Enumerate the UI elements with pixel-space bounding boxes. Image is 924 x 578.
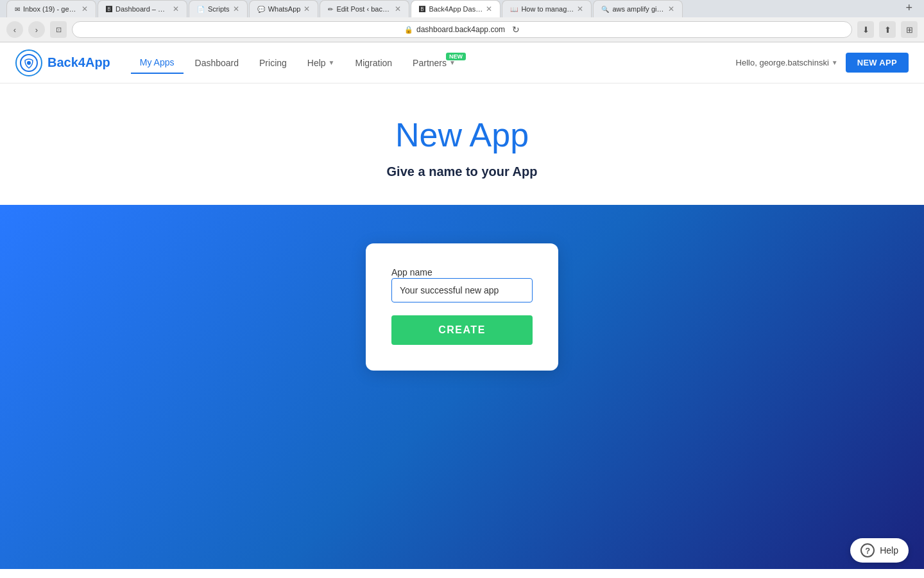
tab-favicon: 🅱 [419,6,425,13]
tab-favicon: ✏ [328,6,333,13]
tab-favicon: 🔍 [601,6,609,13]
brand-logo [15,49,42,76]
brand-name: Back4App [47,55,110,70]
nav-item-label-pricing: Pricing [259,58,287,68]
back-button[interactable]: ‹ [6,21,23,38]
nav-dropdown-chevron-help: ▼ [329,59,335,66]
reload-button[interactable]: ↻ [512,24,520,35]
user-greeting[interactable]: Hello, george.batschinski ▼ [736,58,838,67]
tab-close-icon[interactable]: ✕ [577,4,583,13]
nav-item-label-partners: Partners [413,58,447,68]
tab-close-icon[interactable]: ✕ [81,4,88,13]
tab-close-icon[interactable]: ✕ [233,4,239,13]
navbar-right: Hello, george.batschinski ▼ NEW APP [736,53,909,73]
share-button[interactable]: ⬆ [879,21,896,38]
tab-close-icon[interactable]: ✕ [486,4,492,13]
help-icon-text: ? [865,546,870,556]
tab-favicon: 📖 [510,6,518,13]
address-text: dashboard.back4app.com [416,25,505,34]
sidebar-item-my-apps[interactable]: My Apps [131,52,184,74]
hero-section: New App Give a name to your App [0,83,924,205]
tab-label: aws amplify github - Pe... [612,5,665,13]
browser-tab-back4appdash[interactable]: 🅱Back4App Dashboard✕ [411,0,501,17]
page-wrapper: Back4App My AppsDashboardPricingHelp▼Mig… [0,42,924,569]
browser-tab-whatsapp[interactable]: 💬WhatsApp✕ [249,0,319,17]
back4app-logo-svg [20,54,38,72]
sidebar-item-pricing[interactable]: Pricing [250,53,296,73]
sidebar-item-dashboard[interactable]: Dashboard [186,53,248,73]
app-creation-card: App name CREATE [366,243,558,371]
help-fab[interactable]: ? Help [850,538,909,563]
tab-close-icon[interactable]: ✕ [173,4,179,13]
new-tab-button[interactable]: + [900,1,918,15]
nav-item-label-my-apps: My Apps [140,57,175,67]
tab-close-icon[interactable]: ✕ [395,4,401,13]
page-title: New App [13,116,911,154]
nav-item-label-help: Help [307,58,326,68]
browser-tab-howtomanage[interactable]: 📖How to manage your b...✕ [502,0,592,17]
address-bar[interactable]: 🔒 dashboard.back4app.com ↻ [72,21,852,38]
tab-favicon: 🅱 [106,6,112,13]
tab-close-icon[interactable]: ✕ [304,4,310,13]
tab-label: Inbox (19) - george@ba... [23,5,78,13]
navbar: Back4App My AppsDashboardPricingHelp▼Mig… [0,42,924,83]
brand-logo-link[interactable]: Back4App [15,49,110,76]
download-button[interactable]: ⬇ [857,21,874,38]
new-badge-partners: NEW [446,53,466,60]
tab-favicon: 📄 [197,6,205,13]
sidebar-item-partners[interactable]: Partners▼NEW [404,53,465,73]
browser-tabs-bar: ✉Inbox (19) - george@ba...✕🅱Dashboard – … [0,0,924,17]
nav-item-label-migration: Migration [355,58,393,68]
tab-favicon: ✉ [15,6,20,13]
nav-dropdown-chevron-partners: ▼ [449,59,456,66]
tab-label: Back4App Dashboard [429,5,483,13]
browser-tab-dashboard[interactable]: 🅱Dashboard – Back4app,...✕ [98,0,187,17]
browser-tab-editpost[interactable]: ✏Edit Post ‹ back4app bl...✕ [320,0,409,17]
create-button[interactable]: CREATE [391,315,533,345]
tab-label: Scripts [208,5,230,13]
svg-point-1 [27,61,31,65]
browser-toolbar: ‹ › ⊡ 🔒 dashboard.back4app.com ↻ ⬇ ⬆ ⊞ [0,17,924,42]
browser-chrome: ✉Inbox (19) - george@ba...✕🅱Dashboard – … [0,0,924,42]
app-name-input[interactable] [391,278,533,302]
tab-label: Dashboard – Back4app,... [116,5,169,13]
sidebar-item-help[interactable]: Help▼ [298,53,344,73]
nav-item-label-dashboard: Dashboard [195,58,239,68]
tab-label: How to manage your b... [521,5,574,13]
tab-close-icon[interactable]: ✕ [668,4,674,13]
help-circle-icon: ? [860,543,875,557]
user-menu-chevron: ▼ [832,59,838,66]
navbar-nav: My AppsDashboardPricingHelp▼MigrationPar… [131,52,736,74]
tab-favicon: 💬 [257,6,265,13]
lock-icon: 🔒 [404,26,413,34]
browser-tab-scripts[interactable]: 📄Scripts✕ [189,0,248,17]
browser-tab-awsamplify[interactable]: 🔍aws amplify github - Pe...✕ [593,0,683,17]
extensions-button[interactable]: ⊞ [901,21,918,38]
tab-label: Edit Post ‹ back4app bl... [336,5,391,13]
browser-tab-inbox[interactable]: ✉Inbox (19) - george@ba...✕ [6,0,96,17]
help-fab-label: Help [880,545,898,556]
user-greeting-text: Hello, george.batschinski [736,58,829,67]
page-subtitle: Give a name to your App [13,164,911,179]
new-app-button[interactable]: NEW APP [846,53,909,73]
forward-button[interactable]: › [28,21,45,38]
tab-label: WhatsApp [268,5,301,13]
main-content: App name CREATE [0,205,924,569]
app-name-label: App name [391,267,432,277]
sidebar-item-migration[interactable]: Migration [346,53,402,73]
fullscreen-button[interactable]: ⊡ [50,21,67,38]
